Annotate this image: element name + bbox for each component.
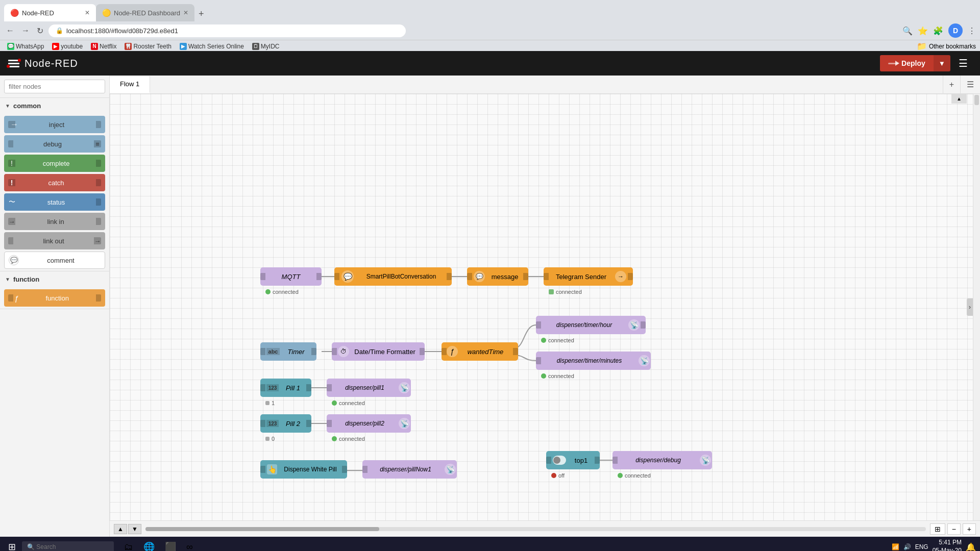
filter-nodes-input[interactable] bbox=[4, 80, 105, 93]
node-function-port-right bbox=[96, 294, 101, 302]
node-catch[interactable]: ! catch bbox=[4, 174, 105, 191]
reload-button[interactable]: ↻ bbox=[35, 24, 45, 38]
tab-nodered-active[interactable]: 🔴 Node-RED ✕ bbox=[4, 4, 96, 21]
taskbar-terminal-button[interactable]: ⬛ bbox=[161, 539, 180, 551]
telegram-icon: 💬 bbox=[341, 270, 354, 283]
flow-tab-1[interactable]: Flow 1 bbox=[110, 76, 150, 93]
deploy-dropdown-button[interactable]: ▼ bbox=[934, 55, 950, 71]
scroll-arrows: ▲ ▼ bbox=[114, 524, 141, 534]
dispenser-hour-status: connected bbox=[541, 337, 574, 343]
dispenser-pill2-status: connected bbox=[332, 436, 365, 442]
node-message[interactable]: 💬 message bbox=[467, 267, 528, 286]
node-debug-port-left bbox=[8, 140, 13, 147]
pill1-status-dot bbox=[265, 401, 270, 405]
bookmark-myidc[interactable]: 🗒 MyIDC bbox=[249, 42, 283, 51]
node-comment[interactable]: 💬 comment bbox=[4, 252, 105, 269]
node-dispenser-minutes[interactable]: dispenser/timer/minutes 📡 connected bbox=[536, 352, 651, 370]
tab-close-button[interactable]: ✕ bbox=[85, 9, 90, 16]
node-debug[interactable]: debug ≡ bbox=[4, 135, 105, 153]
back-button[interactable]: ← bbox=[4, 24, 16, 37]
node-timer[interactable]: abc Timer bbox=[260, 342, 316, 361]
node-dispenser-pill2[interactable]: dispenser/pill2 📡 connected bbox=[327, 414, 411, 433]
dispenser-pillnow1-icon: 📡 bbox=[445, 464, 456, 475]
deploy-button[interactable]: Deploy bbox=[880, 55, 934, 71]
category-function-label: function bbox=[13, 276, 39, 283]
search-icon-btn[interactable]: 🔍 bbox=[902, 26, 913, 36]
node-wantedtime[interactable]: ƒ wantedTime bbox=[442, 342, 518, 361]
start-button[interactable]: ⊞ bbox=[4, 539, 20, 551]
bookmark-watchseries[interactable]: ▶ Watch Series Online bbox=[177, 42, 247, 51]
node-smartpill[interactable]: 💬 SmartPillBotConversation bbox=[334, 267, 452, 286]
node-status[interactable]: 〜 status bbox=[4, 193, 105, 211]
bookmark-star-icon[interactable]: ⭐ bbox=[918, 26, 928, 36]
node-link-in[interactable]: → link in bbox=[4, 213, 105, 230]
extension-icon[interactable]: 🧩 bbox=[933, 26, 943, 36]
node-function[interactable]: ƒ function bbox=[4, 289, 105, 307]
tab-nodered-dashboard[interactable]: 🟡 Node-RED Dashboard ✕ bbox=[96, 4, 194, 21]
scrollbar-thumb[interactable] bbox=[974, 95, 979, 105]
node-datetime[interactable]: ⏱ Date/Time Formatter bbox=[332, 342, 425, 361]
node-link-out[interactable]: link out → bbox=[4, 232, 105, 249]
canvas-vertical-scrollbar[interactable] bbox=[973, 94, 980, 520]
category-function-header[interactable]: ▼ function bbox=[0, 271, 109, 287]
zoom-in-button[interactable]: + bbox=[963, 523, 976, 535]
node-inject[interactable]: → inject bbox=[4, 116, 105, 133]
node-sidebar: ▼ common → inject debug ≡ bbox=[0, 76, 110, 537]
node-dispenser-debug[interactable]: dispenser/debug 📡 connected bbox=[612, 451, 712, 469]
bookmark-rooster[interactable]: 🦷 Rooster Teeth bbox=[121, 42, 175, 51]
node-top1[interactable]: top1 off bbox=[546, 451, 600, 469]
hamburger-menu-button[interactable]: ☰ bbox=[954, 55, 972, 71]
other-bookmarks[interactable]: 📁 Other bookmarks bbox=[917, 41, 976, 51]
map-button[interactable]: ⊞ bbox=[930, 523, 945, 535]
forward-button[interactable]: → bbox=[19, 24, 32, 37]
smartpill-label: SmartPillBotConversation bbox=[356, 273, 447, 280]
menu-icon[interactable]: ⋮ bbox=[968, 26, 976, 36]
dispenser-hour-port-left bbox=[536, 321, 541, 329]
scroll-right-button[interactable]: › bbox=[967, 298, 973, 316]
profile-icon[interactable]: D bbox=[948, 23, 963, 38]
scroll-top-button[interactable]: ▲ bbox=[951, 94, 967, 104]
tab-close-button-2[interactable]: ✕ bbox=[183, 9, 188, 16]
node-link-out-port-left bbox=[8, 237, 13, 244]
node-pill1[interactable]: 123 Pill 1 1 bbox=[260, 379, 311, 397]
flow-list-button[interactable]: ☰ bbox=[960, 76, 980, 93]
node-complete-label: complete bbox=[16, 160, 96, 167]
node-dispenser-pill1[interactable]: dispenser/pill1 📡 connected bbox=[327, 379, 411, 397]
mqtt-status: connected bbox=[265, 289, 299, 295]
flow-canvas[interactable]: MQTT connected 💬 SmartPillBotConversatio… bbox=[110, 94, 973, 520]
dispenser-pill2-port-left bbox=[327, 420, 332, 427]
taskbar-arduino-button[interactable]: ∞ bbox=[182, 539, 197, 551]
top1-toggle-icon[interactable] bbox=[553, 456, 566, 465]
rooster-icon: 🦷 bbox=[125, 43, 132, 50]
taskbar-search-input[interactable] bbox=[22, 541, 114, 551]
logo-icon bbox=[8, 60, 19, 67]
taskbar-explorer-button[interactable]: 🗂 bbox=[120, 539, 137, 551]
node-dispenser-hour[interactable]: dispenser/timer/hour 📡 connected bbox=[536, 316, 646, 334]
header-right: Deploy ▼ ☰ bbox=[880, 55, 972, 71]
horizontal-scrollbar[interactable] bbox=[145, 527, 926, 531]
scroll-down-button[interactable]: ▼ bbox=[128, 524, 141, 534]
address-bar[interactable]: 🔒 localhost:1880/#flow/d08b729d.e8ed1 bbox=[48, 24, 406, 37]
node-complete[interactable]: ! complete bbox=[4, 155, 105, 172]
node-pill2[interactable]: 123 Pill 2 0 bbox=[260, 414, 311, 433]
top1-port-right bbox=[595, 457, 600, 464]
node-catch-port-right bbox=[96, 179, 101, 186]
new-tab-button[interactable]: + bbox=[194, 7, 208, 21]
node-telegram-sender[interactable]: Telegram Sender → connected bbox=[544, 267, 633, 286]
node-dispenser-pillnow1[interactable]: dispenser/pillNow1 📡 bbox=[362, 460, 457, 479]
dispenser-minutes-status: connected bbox=[541, 373, 574, 379]
scroll-up-button[interactable]: ▲ bbox=[114, 524, 127, 534]
add-flow-button[interactable]: + bbox=[943, 76, 960, 93]
watchseries-icon: ▶ bbox=[180, 43, 187, 50]
taskbar-chrome-button[interactable]: 🌐 bbox=[139, 539, 159, 551]
node-mqtt[interactable]: MQTT connected bbox=[260, 267, 322, 286]
zoom-out-button[interactable]: − bbox=[947, 523, 961, 535]
category-common-header[interactable]: ▼ common bbox=[0, 98, 109, 114]
bookmark-netflix[interactable]: N Netflix bbox=[88, 42, 119, 51]
node-dispense-white[interactable]: 👆 Dispense White Pill bbox=[260, 460, 347, 479]
bookmark-whatsapp[interactable]: 💬 WhatsApp bbox=[4, 42, 47, 51]
notification-button[interactable]: 🔔 bbox=[966, 542, 976, 552]
wantedtime-port-right bbox=[513, 348, 518, 355]
bookmark-youtube[interactable]: ▶ youtube bbox=[49, 42, 86, 51]
pill1-port-right bbox=[306, 384, 311, 391]
